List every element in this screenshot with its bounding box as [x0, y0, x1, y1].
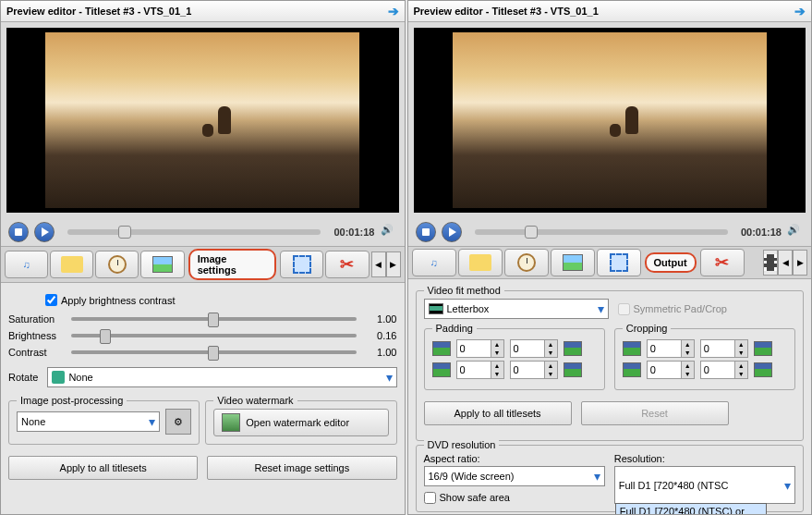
reset-button[interactable]: Reset [581, 401, 729, 425]
chevron-down-icon[interactable]: ▾ [784, 478, 791, 493]
crop-top-spin[interactable]: ▲▼ [647, 361, 695, 379]
watermark-button-label: Open watermark editor [246, 417, 349, 428]
crop-right-spin[interactable]: ▲▼ [700, 339, 748, 358]
crop-bottom-spin[interactable]: ▲▼ [700, 361, 748, 379]
watermark-group-title: Video watermark [213, 395, 297, 406]
tab-label-output: Output [645, 252, 697, 273]
rotate-label: Rotate [8, 372, 38, 383]
cropping-title: Cropping [623, 323, 672, 334]
rotate-combo[interactable]: None ▾ [47, 367, 396, 387]
apply-all-button[interactable]: Apply to all titlesets [8, 456, 198, 480]
pad-left-icon [432, 341, 451, 356]
post-combo[interactable]: None ▾ [17, 411, 160, 432]
post-config-button[interactable]: ⚙ [165, 409, 191, 435]
tab-audio[interactable]: ♫ [5, 251, 48, 278]
pad-top-spin[interactable]: ▲▼ [456, 361, 504, 379]
right-transport: 00:01:18 🔊 [408, 218, 812, 246]
left-tabbar: ♫ Image settings ✂ ◀ ▶ [1, 246, 405, 283]
apply-brightness-checkbox[interactable] [45, 294, 57, 306]
tab-cut[interactable]: ✂ [700, 249, 745, 276]
image-icon [152, 256, 173, 273]
left-preview [6, 28, 399, 213]
symmetric-label: Symmetric Pad/Crop [618, 303, 727, 315]
saturation-value: 1.00 [364, 313, 397, 325]
reset-image-button[interactable]: Reset image settings [207, 456, 396, 480]
left-panel: Preview editor - Titleset #3 - VTS_01_1 … [0, 0, 406, 515]
scissors-icon: ✂ [715, 252, 729, 273]
saturation-slider[interactable] [71, 317, 357, 321]
symmetric-checkbox [618, 303, 630, 315]
play-button[interactable] [34, 222, 55, 242]
chevron-down-icon[interactable]: ▾ [598, 301, 604, 316]
rotate-combo-icon [52, 371, 65, 384]
contrast-slider[interactable] [71, 350, 357, 354]
clock-icon [108, 255, 127, 274]
tab-audio[interactable]: ♫ [412, 249, 456, 276]
tab-scroll-left[interactable]: ◀ [371, 251, 386, 277]
left-title: Preview editor - Titleset #3 - VTS_01_1 [6, 6, 191, 17]
collapse-arrow-icon[interactable]: ➔ [794, 4, 806, 18]
chevron-down-icon[interactable]: ▾ [149, 414, 155, 429]
fit-group-title: Video fit method [424, 285, 504, 296]
tab-film[interactable] [763, 250, 778, 276]
right-panel: Preview editor - Titleset #3 - VTS_01_1 … [407, 0, 813, 515]
crop-left-spin[interactable]: ▲▼ [647, 339, 695, 358]
play-button[interactable] [442, 222, 462, 242]
tab-image-settings[interactable] [140, 251, 184, 278]
fit-combo[interactable]: Letterbox ▾ [424, 299, 609, 319]
fit-value: Letterbox [447, 303, 490, 314]
crop-right-icon [754, 341, 772, 356]
timecode: 00:01:18 [741, 227, 782, 238]
seek-slider[interactable] [475, 229, 728, 235]
preview-frame [453, 32, 767, 208]
crop-bottom-icon [754, 362, 772, 377]
fit-method-group: Video fit method Letterbox ▾ Symmetric P… [416, 290, 805, 441]
tab-subtitles[interactable] [50, 251, 93, 278]
dvd-resolution-group: DVD resolution Aspect ratio: 16/9 (Wide … [416, 445, 805, 512]
right-titlebar: Preview editor - Titleset #3 - VTS_01_1 … [408, 1, 812, 22]
resolution-dropdown: Full D1 [720*480 (NTSC) or Broadcast D1 … [615, 503, 767, 514]
tab-chapters[interactable] [504, 249, 549, 276]
aspect-ratio-label: Aspect ratio: [424, 453, 605, 464]
resolution-combo[interactable]: Full D1 [720*480 (NTSC ▾ Full D1 [720*48… [614, 466, 795, 504]
tab-cut[interactable]: ✂ [325, 251, 369, 278]
saturation-label: Saturation [8, 313, 64, 325]
speaker-icon[interactable]: 🔊 [787, 224, 804, 240]
pad-left-spin[interactable]: ▲▼ [456, 339, 504, 358]
pad-top-icon [432, 362, 451, 377]
speaker-icon[interactable]: 🔊 [381, 224, 397, 240]
brightness-slider[interactable] [71, 334, 357, 337]
stop-button[interactable] [416, 222, 436, 242]
padding-title: Padding [432, 323, 477, 334]
stop-button[interactable] [8, 222, 29, 242]
tab-output[interactable] [280, 251, 323, 278]
crop-top-icon [623, 362, 641, 377]
scissors-icon: ✂ [340, 254, 354, 275]
chevron-down-icon[interactable]: ▾ [594, 469, 600, 484]
seek-slider[interactable] [67, 229, 321, 235]
pad-bottom-spin[interactable]: ▲▼ [510, 361, 558, 379]
tab-chapters[interactable] [95, 251, 139, 278]
seek-thumb[interactable] [118, 226, 131, 239]
tab-subtitles[interactable] [458, 249, 503, 276]
post-processing-group: Image post-processing None ▾ ⚙ [8, 400, 200, 445]
safe-area-checkbox[interactable] [424, 492, 436, 504]
aspect-ratio-combo[interactable]: 16/9 (Wide screen) ▾ [424, 466, 605, 486]
resolution-option-0[interactable]: Full D1 [720*480 (NTSC) or [616, 504, 766, 514]
rotate-value: None [68, 372, 92, 383]
open-watermark-button[interactable]: Open watermark editor [213, 409, 388, 436]
pad-right-spin[interactable]: ▲▼ [510, 339, 558, 358]
crop-icon [610, 253, 628, 272]
seek-thumb[interactable] [525, 226, 538, 239]
right-tabbar: ♫ Output ✂ ◀ ▶ [408, 246, 812, 279]
contrast-value: 1.00 [364, 347, 397, 358]
tab-scroll-right[interactable]: ▶ [793, 250, 807, 276]
apply-all-button[interactable]: Apply to all titlesets [424, 401, 572, 425]
tab-label-image-settings: Image settings [188, 249, 277, 280]
chevron-down-icon[interactable]: ▾ [386, 370, 393, 385]
tab-image-settings[interactable] [551, 249, 595, 276]
tab-output[interactable] [597, 249, 641, 276]
collapse-arrow-icon[interactable]: ➔ [388, 4, 399, 18]
tab-scroll-left[interactable]: ◀ [778, 250, 793, 276]
tab-scroll-right[interactable]: ▶ [386, 251, 401, 277]
